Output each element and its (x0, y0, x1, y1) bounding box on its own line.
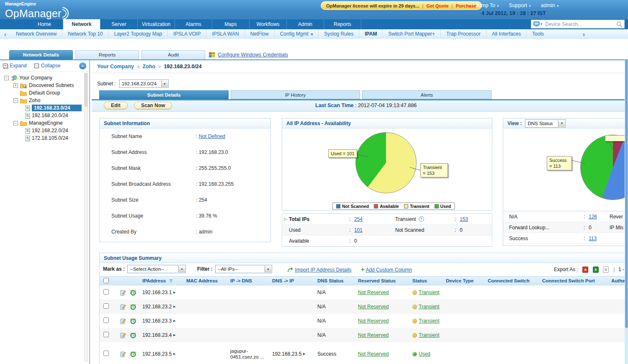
tab-admin[interactable]: Admin (287, 19, 324, 29)
status-link[interactable]: Transient (419, 318, 440, 324)
tab-server[interactable]: Server (100, 19, 138, 29)
tab-reports[interactable]: Reports (75, 50, 139, 59)
column-dns-status[interactable]: DNS Status (317, 278, 358, 283)
ip-address[interactable]: 192.168.23.4 (142, 332, 172, 338)
filter-select[interactable]: --All IPs-- ▼ (215, 265, 272, 273)
na-link[interactable]: 126 (589, 214, 597, 220)
scan-history-icon[interactable] (130, 303, 136, 310)
tab-virtualization[interactable]: Virtualization (138, 19, 175, 29)
tree-node-label[interactable]: 192.168.23.0/24 (32, 105, 82, 111)
search-input[interactable] (543, 21, 616, 27)
tab-reports[interactable]: Reports (324, 19, 361, 29)
tree-node-subnet-selected[interactable]: S 192.168.23.0/24 (0, 104, 89, 112)
collapse-panel-icon[interactable] (79, 62, 86, 69)
tree-node-default-group[interactable]: Default Group (0, 89, 89, 97)
select-all-checkbox[interactable] (103, 278, 109, 283)
tree-node-subnet[interactable]: S 192.168.22.0/24 (0, 127, 89, 134)
scan-now-button[interactable]: Scan Now (134, 102, 172, 109)
help-icon[interactable] (419, 216, 424, 222)
import-ip-details[interactable]: Import IP Address Details (287, 267, 352, 273)
row-checkbox[interactable] (103, 289, 109, 295)
row-checkbox[interactable] (103, 351, 109, 356)
export-pdf-icon[interactable]: A (582, 267, 588, 273)
tree-node-subnet[interactable]: S 192.168.20.0/24 (0, 112, 89, 119)
add-custom-column[interactable]: + Add Custom Column (361, 267, 412, 273)
success-link[interactable]: 113 (589, 236, 597, 241)
subnav-trap-processor[interactable]: Trap Processor (441, 29, 486, 39)
row-checkbox[interactable] (103, 318, 109, 323)
scan-history-icon[interactable] (130, 289, 136, 296)
export-csv-icon[interactable]: C (603, 267, 609, 273)
expand-arrow-icon[interactable]: ▶ (173, 291, 175, 294)
status-link[interactable]: Transient (419, 332, 440, 338)
ip-address[interactable]: 192.168.23.1 (142, 290, 172, 295)
sort-icon[interactable]: ▽ (170, 279, 172, 283)
ip-address[interactable]: 192.168.23.3 (142, 318, 172, 324)
subnet-select[interactable]: 192.168.23.0/24 ▼ (119, 79, 169, 88)
expand-arrow-icon[interactable]: ▶ (173, 333, 175, 337)
column-connected-switch-port[interactable]: Connected Switch Port (542, 278, 611, 283)
chevron-down-icon[interactable]: ▼ (178, 266, 185, 272)
expand-arrow-icon[interactable]: ▶ (173, 352, 175, 356)
reserved-status-link[interactable]: Not Reserved (358, 332, 389, 338)
reserved-status-link[interactable]: Not Reserved (358, 318, 389, 324)
chevron-down-icon[interactable]: ▼ (161, 80, 168, 87)
column-mac[interactable]: MAC Address (186, 278, 230, 283)
tab-ip-history[interactable]: IP History (231, 90, 360, 99)
column-dns-ip[interactable]: DNS -> IP (272, 278, 317, 283)
tree-toggle-icon[interactable]: + (13, 83, 18, 88)
scrollbar-thumb[interactable] (625, 60, 628, 328)
subnav-netflow[interactable]: NetFlow (245, 29, 275, 39)
tree-node-manageengine[interactable]: − ManageEngine (0, 119, 89, 127)
edit-ip-icon[interactable] (120, 351, 126, 357)
breadcrumb-your-company[interactable]: Your Company (97, 64, 134, 69)
get-quote-link[interactable]: Get Quote (426, 3, 448, 8)
tab-subnet-details[interactable]: Subnet Details (99, 90, 229, 99)
mark-as-select[interactable]: --Select Action-- ▼ (127, 265, 186, 273)
support-menu[interactable]: Support▾ (509, 3, 531, 8)
tab-workflows[interactable]: Workflows (250, 19, 287, 29)
total-ips-link[interactable]: 254 (354, 216, 363, 222)
page-scrollbar[interactable] (625, 60, 628, 364)
scan-history-icon[interactable] (130, 318, 136, 324)
column-status[interactable]: Status (412, 278, 446, 283)
collapse-all-icon[interactable] (34, 64, 39, 68)
ip-address[interactable]: 192.168.23.5 (142, 351, 172, 357)
subnav-network-overview[interactable]: Network Overview (10, 29, 62, 39)
column-ipaddress[interactable]: IPAddress (142, 278, 166, 283)
subnav-ipam[interactable]: IPAM (359, 29, 383, 39)
row-checkbox[interactable] (103, 332, 109, 337)
jump-to-menu[interactable]: Jump To▾ (476, 3, 499, 8)
tab-home[interactable]: Home (26, 19, 63, 29)
reserved-status-link[interactable]: Not Reserved (358, 351, 389, 357)
subnav-ipsla-voip[interactable]: IPSLA VOIP (168, 29, 206, 39)
tree-node-your-company[interactable]: − Your Company (0, 74, 89, 82)
collapse-all-button[interactable]: Collapse (41, 63, 61, 69)
credentials-link-label[interactable]: Configure Windows Credentials (218, 52, 288, 58)
tab-maps[interactable]: Maps (212, 19, 250, 29)
import-link-label[interactable]: Import IP Address Details (295, 267, 351, 273)
used-link[interactable]: 101 (354, 227, 363, 233)
tab-audit[interactable]: Audit (142, 50, 205, 59)
expand-arrow-icon[interactable]: ▶ (173, 319, 175, 323)
subnav-all-interfaces[interactable]: All Interfaces (486, 29, 527, 39)
device-type-icon[interactable] (533, 21, 540, 27)
tree-node-discovered-subnets[interactable]: + Discovered Subnets (0, 82, 89, 89)
scan-history-icon[interactable] (130, 351, 136, 357)
expand-arrow-icon[interactable]: ▶ (173, 305, 175, 308)
column-device-type[interactable]: Device Type (446, 278, 488, 283)
transient-link[interactable]: 153 (460, 216, 468, 222)
edit-ip-icon[interactable] (120, 332, 126, 338)
status-link[interactable]: Transient (419, 304, 440, 310)
tab-alarms[interactable]: Alarms (175, 19, 212, 29)
edit-ip-icon[interactable] (120, 290, 126, 296)
subnav-layer2-topology[interactable]: Layer2 Topology Map (109, 29, 168, 39)
expand-all-icon[interactable] (3, 64, 8, 68)
ip-address[interactable]: 192.168.23.2 (142, 304, 172, 310)
device-search-box[interactable]: ▾ (531, 20, 625, 28)
column-ip-dns[interactable]: IP -> DNS (230, 278, 272, 283)
subnet-name-link[interactable]: Not Defined (199, 133, 225, 139)
edit-ip-icon[interactable] (120, 304, 126, 310)
configure-windows-credentials[interactable]: Configure Windows Credentials (209, 52, 288, 58)
chevron-down-icon[interactable]: ▾ (540, 22, 542, 26)
